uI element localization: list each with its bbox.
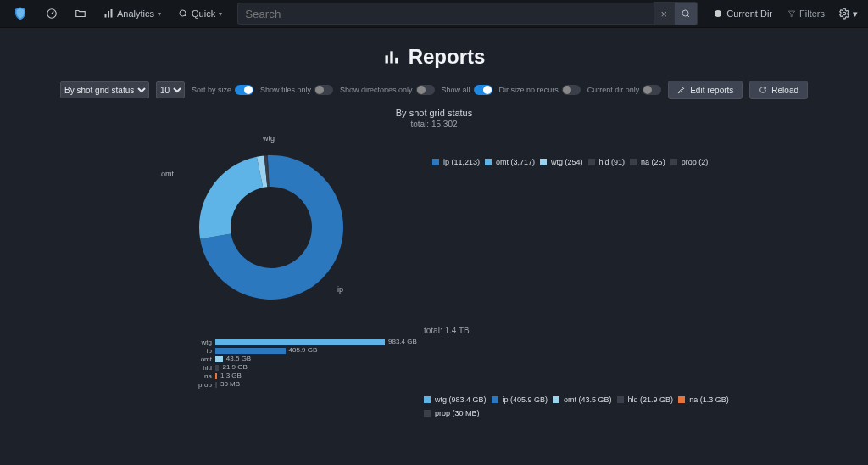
bar-category-label: prop bbox=[186, 381, 215, 389]
legend-label: wtg (983.4 GB) bbox=[435, 395, 487, 404]
legend-swatch bbox=[630, 159, 637, 165]
legend-label: omt (43.5 GB) bbox=[564, 395, 612, 404]
quick-menu[interactable]: Quick ▾ bbox=[171, 3, 229, 25]
bar-fill[interactable] bbox=[215, 356, 223, 362]
donut-legend: ip (11,213)omt (3,717)wtg (254)hld (91)n… bbox=[432, 158, 868, 166]
legend-label: hld (91) bbox=[599, 158, 626, 166]
search-submit-button[interactable] bbox=[675, 2, 698, 25]
svg-rect-3 bbox=[111, 9, 113, 18]
limit-select[interactable]: 10 bbox=[156, 81, 185, 98]
report-controls: By shot grid status 10 Sort by size Show… bbox=[0, 81, 868, 99]
legend-item[interactable]: hld (91) bbox=[588, 158, 626, 166]
group-by-select[interactable]: By shot grid status bbox=[60, 81, 149, 98]
donut-label-ip: ip bbox=[337, 285, 343, 294]
show-dirs-only-toggle[interactable] bbox=[416, 85, 435, 95]
bar-value-label: 405.9 GB bbox=[289, 346, 318, 354]
legend-item[interactable]: hld (21.9 GB) bbox=[617, 395, 674, 404]
donut-chart: wtg omt ip bbox=[127, 134, 432, 321]
svg-point-6 bbox=[843, 12, 846, 15]
legend-label: ip (405.9 GB) bbox=[503, 395, 548, 404]
settings-menu[interactable]: ▾ bbox=[833, 3, 863, 25]
bar-track: 983.4 GB bbox=[215, 339, 441, 345]
bar-value-label: 1.3 GB bbox=[220, 372, 242, 379]
bar-category-label: omt bbox=[186, 356, 215, 363]
legend-item[interactable]: wtg (254) bbox=[540, 158, 583, 166]
bar-category-label: na bbox=[186, 373, 215, 380]
legend-swatch bbox=[485, 159, 492, 165]
donut-label-wtg: wtg bbox=[263, 134, 275, 143]
sort-by-size-toggle[interactable] bbox=[235, 85, 253, 95]
legend-item[interactable]: wtg (983.4 GB) bbox=[424, 395, 487, 404]
bar-category-label: ip bbox=[186, 347, 215, 355]
svg-point-4 bbox=[180, 10, 186, 16]
folder-icon[interactable] bbox=[68, 3, 93, 25]
app-logo[interactable] bbox=[5, 5, 36, 22]
current-dir-only-toggle[interactable] bbox=[643, 85, 661, 95]
edit-reports-label: Edit reports bbox=[690, 86, 733, 95]
filter-icon bbox=[787, 9, 796, 18]
edit-reports-button[interactable]: Edit reports bbox=[668, 81, 743, 99]
show-all-toggle[interactable] bbox=[474, 85, 492, 95]
legend-swatch bbox=[540, 159, 547, 165]
page-title: Reports bbox=[0, 45, 868, 69]
chevron-down-icon: ▾ bbox=[219, 10, 222, 18]
legend-label: na (1.3 GB) bbox=[689, 395, 729, 404]
bar-track: 43.5 GB bbox=[215, 356, 441, 362]
legend-label: omt (3,717) bbox=[496, 158, 535, 166]
svg-rect-2 bbox=[108, 11, 109, 18]
page-title-text: Reports bbox=[409, 45, 486, 69]
legend-item[interactable]: prop (2) bbox=[670, 158, 709, 166]
bar-track: 21.9 GB bbox=[215, 365, 441, 371]
legend-item[interactable]: ip (11,213) bbox=[432, 158, 480, 166]
legend-swatch bbox=[588, 159, 595, 165]
bar-fill[interactable] bbox=[215, 339, 385, 345]
dir-size-no-recurs-toggle[interactable] bbox=[562, 85, 581, 95]
legend-item[interactable]: na (25) bbox=[630, 158, 665, 166]
donut-row: wtg omt ip ip (11,213)omt (3,717)wtg (25… bbox=[0, 134, 868, 321]
bar-row: prop30 MB bbox=[186, 381, 441, 389]
bar-fill[interactable] bbox=[215, 373, 217, 379]
show-files-only-toggle[interactable] bbox=[314, 85, 333, 95]
bar-fill[interactable] bbox=[215, 365, 219, 371]
bar-value-label: 30 MB bbox=[220, 380, 240, 388]
bar-fill[interactable] bbox=[215, 382, 217, 388]
bar-category-label: hld bbox=[186, 364, 215, 372]
report-subtitle: By shot grid status bbox=[0, 108, 868, 118]
pencil-icon bbox=[677, 86, 686, 94]
legend-item[interactable]: prop (30 MB) bbox=[424, 409, 480, 417]
top-nav: Analytics ▾ Quick ▾ × Current Dir Filter… bbox=[0, 0, 868, 28]
main-content: Reports By shot grid status 10 Sort by s… bbox=[0, 28, 868, 417]
bar-row: wtg983.4 GB bbox=[186, 339, 441, 346]
search-input[interactable] bbox=[237, 3, 654, 25]
scope-indicator[interactable]: Current Dir bbox=[708, 3, 779, 25]
legend-swatch bbox=[492, 396, 498, 403]
legend-item[interactable]: omt (3,717) bbox=[485, 158, 535, 166]
analytics-menu[interactable]: Analytics ▾ bbox=[97, 3, 168, 25]
bar-value-label: 983.4 GB bbox=[388, 338, 417, 345]
filters-label: Filters bbox=[799, 8, 825, 19]
legend-label: wtg (254) bbox=[551, 158, 583, 166]
total-size: total: 1.4 TB bbox=[424, 326, 868, 335]
close-icon: × bbox=[660, 8, 667, 20]
reload-icon bbox=[759, 86, 767, 94]
gear-icon bbox=[838, 8, 850, 20]
filters-button[interactable]: Filters bbox=[781, 3, 832, 25]
bar-fill[interactable] bbox=[215, 348, 286, 354]
reload-button[interactable]: Reload bbox=[749, 81, 808, 99]
legend-item[interactable]: omt (43.5 GB) bbox=[553, 395, 612, 404]
bar-row: ip405.9 GB bbox=[186, 347, 441, 355]
scope-label: Current Dir bbox=[726, 8, 772, 19]
sort-label: Sort by size bbox=[192, 86, 231, 94]
analytics-label: Analytics bbox=[117, 8, 154, 19]
legend-label: na (25) bbox=[641, 158, 665, 166]
search-group: × bbox=[237, 2, 698, 25]
bar-track: 30 MB bbox=[215, 382, 441, 388]
svg-rect-7 bbox=[385, 55, 387, 63]
legend-item[interactable]: na (1.3 GB) bbox=[678, 395, 729, 404]
topbar-right: Current Dir Filters ▾ bbox=[708, 3, 863, 25]
dashboard-icon[interactable] bbox=[39, 3, 64, 25]
search-clear-button[interactable]: × bbox=[654, 2, 675, 25]
legend-item[interactable]: ip (405.9 GB) bbox=[492, 395, 548, 404]
donut-slice[interactable] bbox=[199, 157, 263, 239]
bar-track: 1.3 GB bbox=[215, 373, 441, 379]
